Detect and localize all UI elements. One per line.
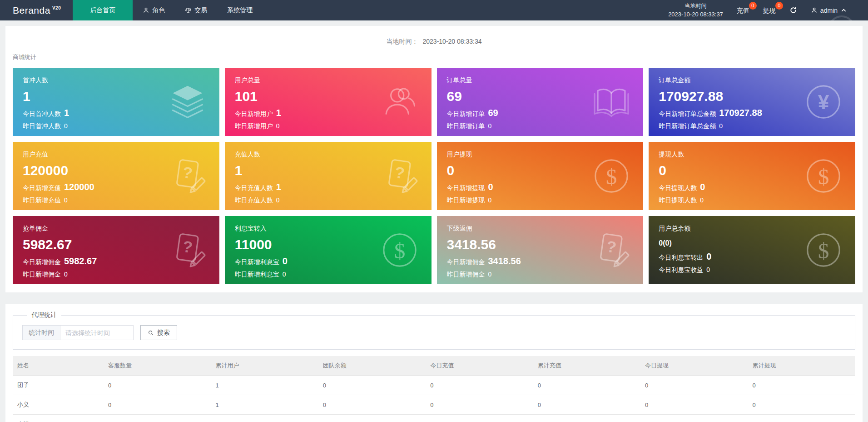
table-cell: 0: [533, 376, 640, 395]
table-cell: 1: [211, 376, 318, 395]
table-header-cell: 累计提现: [748, 356, 855, 376]
yen-icon: ¥: [804, 82, 843, 122]
stat-card: 利息宝转入 11000 今日新增利息宝0 昨日新增利息宝0 $: [225, 216, 432, 284]
search-button[interactable]: 搜索: [140, 325, 177, 340]
table-header-cell: 累计用户: [211, 356, 318, 376]
nav-item-2[interactable]: 交易: [177, 0, 215, 20]
table-cell: 0: [640, 415, 748, 422]
stat-card-yesterday-line: 昨日充值人数0: [235, 196, 422, 205]
nav-item-3[interactable]: 系统管理: [219, 0, 260, 20]
withdraw-menu[interactable]: 提现 0: [763, 6, 776, 15]
table-header-cell: 姓名: [13, 356, 104, 376]
username: admin: [820, 7, 838, 14]
table-header-cell: 团队余额: [318, 356, 426, 376]
doc-icon: ?: [591, 230, 631, 270]
layers-icon: [168, 82, 208, 122]
table-header-cell: 今日提现: [640, 356, 748, 376]
table-cell: 1: [211, 395, 318, 415]
nav-item-1[interactable]: 角色: [135, 0, 173, 20]
stat-card-yesterday-line: 昨日首冲人数0: [23, 122, 209, 131]
table-body: 团子0100000小义0100000小洋0100000: [13, 376, 855, 422]
doc-icon: ?: [380, 156, 420, 196]
table-cell: 团子: [13, 376, 104, 395]
local-time-line: 当地时间：2023-10-20 08:33:34: [13, 38, 855, 46]
app-logo: BerandaV20: [0, 0, 73, 20]
table-cell: 0: [533, 415, 640, 422]
table-cell: 0: [318, 415, 426, 422]
table-cell: 0: [533, 395, 640, 415]
table-cell: 0: [748, 376, 855, 395]
stat-card: 用户总量 101 今日新增用户1 昨日新增用户0: [225, 68, 432, 136]
table-cell: 0: [748, 395, 855, 415]
stat-time-group: 统计时间: [22, 325, 134, 340]
person-icon: [143, 7, 149, 14]
table-cell: 0: [318, 376, 426, 395]
search-icon: [148, 330, 154, 336]
nav-item-0[interactable]: 后台首页: [73, 0, 133, 20]
svg-text:?: ?: [182, 237, 194, 256]
stat-card-yesterday-line: 昨日新增佣金0: [447, 271, 634, 279]
stat-card-yesterday-line: 昨日新增利息宝0: [235, 271, 422, 279]
recharge-badge: 0: [749, 2, 757, 10]
stat-card: 用户总余额 0(0) 今日利息宝转出0 今日利息宝收益0 $: [649, 216, 855, 284]
table-header-cell: 累计充值: [533, 356, 640, 376]
stat-card: 抢单佣金 5982.67 今日新增佣金5982.67 昨日新增佣金0 ?: [13, 216, 219, 284]
stat-card-yesterday-line: 昨日提现人数0: [659, 196, 845, 205]
search-row: 统计时间 搜索: [22, 325, 846, 340]
table-row: 团子0100000: [13, 376, 855, 395]
recharge-menu[interactable]: 充值 0: [737, 6, 749, 15]
table-cell: 0: [104, 415, 211, 422]
table-cell: 0: [426, 395, 533, 415]
table-cell: 0: [748, 415, 855, 422]
users-icon: [380, 82, 420, 122]
table-cell: 0: [318, 395, 426, 415]
dollar-icon: $: [804, 156, 843, 196]
stat-card-yesterday-line: 昨日新增佣金0: [23, 271, 209, 279]
book-icon: [591, 82, 631, 122]
stat-card-yesterday-line: 昨日新增订单0: [447, 122, 634, 131]
svg-text:?: ?: [605, 237, 618, 256]
agent-stats-panel: 代理统计 统计时间 搜索 姓名客服数量累计用户团队余额今日充值累计充值今日提现累…: [5, 304, 863, 422]
agent-fieldset: 代理统计 统计时间 搜索: [13, 311, 855, 350]
scales-icon: [185, 7, 192, 14]
dollar-icon: $: [591, 156, 631, 196]
user-menu[interactable]: admin: [811, 7, 847, 14]
svg-text:?: ?: [182, 163, 194, 182]
table-cell: 0: [426, 415, 533, 422]
stat-card: 下级返佣 3418.56 今日新增佣金3418.56 昨日新增佣金0 ?: [437, 216, 644, 284]
svg-text:$: $: [818, 164, 829, 189]
doc-icon: ?: [168, 230, 208, 270]
user-icon: [811, 7, 818, 14]
stat-card: 充值人数 1 今日充值人数1 昨日充值人数0 ?: [225, 142, 432, 210]
svg-text:¥: ¥: [818, 91, 829, 113]
table-cell: 小义: [13, 395, 104, 415]
main-nav: 后台首页角色交易系统管理: [73, 0, 263, 20]
table-cell: 0: [640, 376, 748, 395]
header-local-time: 当地时间 2023-10-20 08:33:37: [668, 2, 723, 19]
table-header-row: 姓名客服数量累计用户团队余额今日充值累计充值今日提现累计提现: [13, 356, 855, 376]
withdraw-badge: 0: [775, 2, 783, 10]
app-version: V20: [52, 5, 61, 10]
stat-card: 提现人数 0 今日提现人数0 昨日提现人数0 $: [649, 142, 855, 210]
stat-card-yesterday-line: 昨日新增提现0: [447, 196, 634, 205]
table-cell: 0: [104, 376, 211, 395]
stat-time-label: 统计时间: [22, 325, 60, 340]
svg-text:?: ?: [393, 163, 406, 182]
stat-card-yesterday-line: 昨日新增用户0: [235, 122, 422, 131]
chevron-up-icon: [840, 7, 847, 14]
stat-card: 订单总金额 170927.88 今日新增订单总金额170927.88 昨日新增订…: [649, 68, 855, 136]
stat-time-input[interactable]: [60, 325, 134, 340]
table-row: 小义0100000: [13, 395, 855, 415]
stat-card-yesterday-line: 昨日新增充值0: [23, 196, 209, 205]
stat-card-yesterday-line: 昨日新增订单总金额0: [659, 122, 845, 131]
table-header-cell: 今日充值: [426, 356, 533, 376]
agent-table: 姓名客服数量累计用户团队余额今日充值累计充值今日提现累计提现 团子0100000…: [13, 356, 855, 422]
top-navbar: BerandaV20 后台首页角色交易系统管理 当地时间 2023-10-20 …: [0, 0, 868, 20]
doc-icon: ?: [168, 156, 208, 196]
dollar-icon: $: [380, 230, 420, 270]
stats-grid: 首冲人数 1 今日首冲人数1 昨日首冲人数0 用户总量 101 今日新增用户1 …: [13, 68, 855, 284]
refresh-icon[interactable]: [789, 6, 797, 14]
svg-text:$: $: [394, 238, 405, 263]
table-cell: 0: [426, 376, 533, 395]
stat-card: 首冲人数 1 今日首冲人数1 昨日首冲人数0: [13, 68, 219, 136]
